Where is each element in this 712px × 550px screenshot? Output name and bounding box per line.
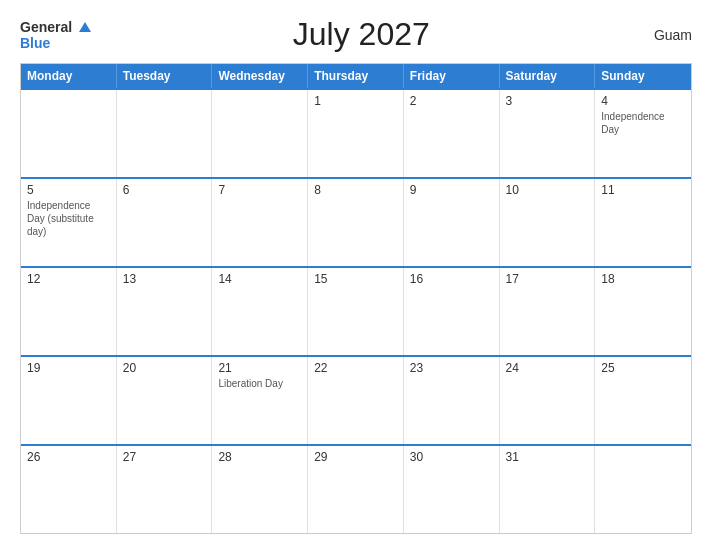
logo: General Blue (20, 19, 91, 51)
cal-cell: 3 (500, 90, 596, 177)
day-number: 31 (506, 450, 589, 464)
logo-triangle-icon (79, 22, 91, 32)
cal-cell: 4Independence Day (595, 90, 691, 177)
cal-cell (212, 90, 308, 177)
cal-cell: 2 (404, 90, 500, 177)
cal-cell: 17 (500, 268, 596, 355)
day-number: 18 (601, 272, 685, 286)
cal-cell: 7 (212, 179, 308, 266)
cal-cell: 15 (308, 268, 404, 355)
day-number: 10 (506, 183, 589, 197)
header-cell-monday: Monday (21, 64, 117, 88)
day-number: 9 (410, 183, 493, 197)
cal-cell: 8 (308, 179, 404, 266)
cal-cell: 27 (117, 446, 213, 533)
day-number: 5 (27, 183, 110, 197)
header-cell-thursday: Thursday (308, 64, 404, 88)
day-number: 27 (123, 450, 206, 464)
header: General Blue July 2027 Guam (20, 16, 692, 53)
day-number: 21 (218, 361, 301, 375)
logo-blue-text: Blue (20, 35, 50, 51)
week-row-2: 5Independence Day (substitute day)678910… (21, 177, 691, 266)
day-number: 25 (601, 361, 685, 375)
cal-cell: 31 (500, 446, 596, 533)
calendar-body: 1234Independence Day5Independence Day (s… (21, 88, 691, 533)
day-number: 19 (27, 361, 110, 375)
cal-cell: 25 (595, 357, 691, 444)
calendar-title: July 2027 (91, 16, 632, 53)
header-cell-wednesday: Wednesday (212, 64, 308, 88)
day-number: 15 (314, 272, 397, 286)
day-number: 28 (218, 450, 301, 464)
cal-cell: 28 (212, 446, 308, 533)
cal-cell: 20 (117, 357, 213, 444)
calendar-grid: MondayTuesdayWednesdayThursdayFridaySatu… (20, 63, 692, 534)
cal-cell: 11 (595, 179, 691, 266)
cal-cell (595, 446, 691, 533)
cal-cell: 24 (500, 357, 596, 444)
header-cell-sunday: Sunday (595, 64, 691, 88)
cal-cell: 22 (308, 357, 404, 444)
day-number: 24 (506, 361, 589, 375)
cal-cell: 10 (500, 179, 596, 266)
cal-cell: 16 (404, 268, 500, 355)
week-row-4: 192021Liberation Day22232425 (21, 355, 691, 444)
day-number: 7 (218, 183, 301, 197)
logo-line1: General (20, 19, 91, 35)
cal-cell: 14 (212, 268, 308, 355)
holiday-label: Independence Day (601, 110, 685, 136)
week-row-1: 1234Independence Day (21, 88, 691, 177)
day-number: 4 (601, 94, 685, 108)
cal-cell: 23 (404, 357, 500, 444)
day-number: 22 (314, 361, 397, 375)
week-row-3: 12131415161718 (21, 266, 691, 355)
calendar-page: General Blue July 2027 Guam MondayTuesda… (0, 0, 712, 550)
logo-general-text: General (20, 19, 72, 35)
day-number: 12 (27, 272, 110, 286)
cal-cell (21, 90, 117, 177)
day-number: 20 (123, 361, 206, 375)
day-number: 17 (506, 272, 589, 286)
cal-cell: 12 (21, 268, 117, 355)
cal-cell (117, 90, 213, 177)
day-number: 11 (601, 183, 685, 197)
cal-cell: 1 (308, 90, 404, 177)
cal-cell: 21Liberation Day (212, 357, 308, 444)
day-number: 26 (27, 450, 110, 464)
day-number: 8 (314, 183, 397, 197)
day-number: 30 (410, 450, 493, 464)
region-label: Guam (632, 27, 692, 43)
day-number: 1 (314, 94, 397, 108)
cal-cell: 5Independence Day (substitute day) (21, 179, 117, 266)
cal-cell: 18 (595, 268, 691, 355)
day-number: 16 (410, 272, 493, 286)
day-number: 13 (123, 272, 206, 286)
holiday-label: Independence Day (substitute day) (27, 199, 110, 238)
header-cell-tuesday: Tuesday (117, 64, 213, 88)
day-number: 14 (218, 272, 301, 286)
cal-cell: 29 (308, 446, 404, 533)
header-cell-saturday: Saturday (500, 64, 596, 88)
holiday-label: Liberation Day (218, 377, 301, 390)
day-number: 23 (410, 361, 493, 375)
day-number: 2 (410, 94, 493, 108)
day-number: 6 (123, 183, 206, 197)
logo-line2: Blue (20, 35, 91, 51)
day-number: 29 (314, 450, 397, 464)
header-cell-friday: Friday (404, 64, 500, 88)
cal-cell: 13 (117, 268, 213, 355)
day-number: 3 (506, 94, 589, 108)
cal-cell: 30 (404, 446, 500, 533)
cal-cell: 26 (21, 446, 117, 533)
cal-cell: 9 (404, 179, 500, 266)
cal-cell: 19 (21, 357, 117, 444)
calendar-header-row: MondayTuesdayWednesdayThursdayFridaySatu… (21, 64, 691, 88)
cal-cell: 6 (117, 179, 213, 266)
week-row-5: 262728293031 (21, 444, 691, 533)
